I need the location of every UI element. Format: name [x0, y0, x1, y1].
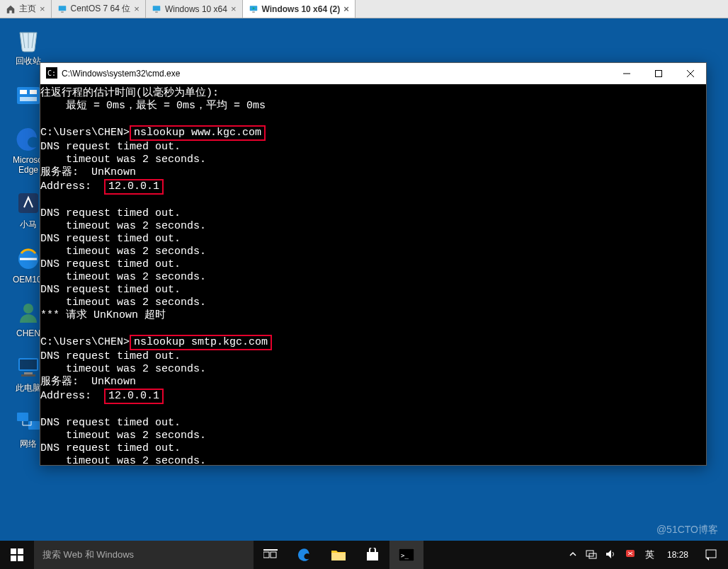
tab-label: Windows 10 x64 — [165, 4, 227, 14]
highlight-address-1: 12.0.0.1 — [104, 179, 164, 195]
svg-rect-3 — [155, 11, 158, 12]
home-icon — [6, 4, 16, 14]
tab-win10-1[interactable]: Windows 10 x64 × — [146, 0, 243, 18]
svg-text:C:: C: — [47, 69, 56, 77]
recycle-bin-icon — [14, 25, 42, 54]
svg-rect-30 — [263, 552, 269, 558]
clock[interactable]: 18:28 — [661, 550, 694, 560]
user-icon — [14, 299, 42, 327]
time: 18:28 — [667, 550, 688, 560]
svg-rect-8 — [20, 90, 27, 94]
maximize-button[interactable] — [642, 63, 674, 84]
svg-rect-33 — [331, 553, 346, 561]
pc-icon — [14, 352, 42, 381]
network-tray-icon[interactable] — [583, 549, 600, 561]
svg-rect-2 — [153, 6, 161, 11]
close-button[interactable] — [674, 63, 706, 84]
svg-rect-31 — [271, 552, 276, 558]
search-box[interactable]: 搜索 Web 和 Windows — [34, 541, 254, 569]
icon-label: 小马 — [20, 219, 37, 229]
window-title: C:\Windows\system32\cmd.exe — [62, 69, 180, 79]
tab-label: 主页 — [19, 3, 36, 15]
svg-rect-15 — [20, 360, 37, 369]
close-icon[interactable]: × — [231, 4, 237, 14]
taskbar: 搜索 Web 和 Windows >_ — [0, 541, 728, 569]
svg-text:>_: >_ — [401, 552, 409, 559]
svg-rect-0 — [58, 6, 66, 11]
close-icon[interactable]: × — [343, 4, 349, 14]
store-taskbar[interactable] — [356, 541, 389, 569]
app-icon — [14, 189, 42, 217]
edge-taskbar[interactable] — [288, 541, 322, 569]
ie-icon — [14, 245, 42, 273]
monitor-icon — [57, 4, 67, 14]
monitor-icon — [152, 4, 161, 14]
svg-rect-1 — [61, 11, 64, 12]
cmd-icon: C: — [46, 67, 57, 81]
system-tray: 英 18:28 — [566, 541, 728, 569]
highlight-address-2: 12.0.0.1 — [104, 389, 164, 404]
svg-rect-10 — [20, 97, 37, 101]
svg-rect-9 — [30, 90, 37, 94]
volume-tray-icon[interactable] — [603, 549, 620, 561]
close-icon[interactable]: × — [40, 4, 45, 14]
svg-rect-23 — [655, 71, 661, 77]
svg-rect-41 — [706, 550, 716, 558]
task-view-button[interactable] — [254, 541, 288, 569]
highlight-nslookup-www: nslookup www.kgc.com — [130, 125, 266, 141]
svg-rect-29 — [18, 556, 23, 561]
svg-rect-26 — [11, 548, 16, 554]
control-panel-icon — [14, 81, 42, 110]
explorer-taskbar[interactable] — [322, 541, 356, 569]
recycle-bin[interactable]: 回收站 — [13, 25, 44, 67]
svg-rect-28 — [11, 556, 16, 561]
start-button[interactable] — [0, 541, 34, 569]
edge-icon — [14, 125, 42, 154]
cmd-taskbar[interactable]: >_ — [389, 541, 423, 569]
highlight-nslookup-smtp: nslookup smtp.kgc.com — [130, 335, 272, 350]
tab-label: CentOS 7 64 位 — [71, 3, 131, 15]
svg-rect-27 — [18, 548, 23, 554]
tab-win10-2[interactable]: Windows 10 x64 (2) × — [243, 0, 356, 18]
svg-rect-6 — [252, 11, 255, 12]
ime-tray-icon[interactable]: 英 — [641, 548, 659, 561]
network-icon — [14, 408, 42, 437]
search-placeholder: 搜索 Web 和 Windows — [42, 548, 134, 561]
security-tray-icon[interactable] — [622, 549, 638, 561]
monitor-play-icon — [249, 4, 258, 14]
console-output[interactable]: 往返行程的估计时间(以毫秒为单位): 最短 = 0ms，最长 = 0ms，平均 … — [40, 84, 706, 465]
cmd-window: C: C:\Windows\system32\cmd.exe 往返行程的估计时间… — [40, 62, 707, 466]
icon-label: 此电脑 — [16, 383, 41, 393]
minimize-button[interactable] — [610, 63, 642, 84]
vm-tab-bar: 主页 × CentOS 7 64 位 × Windows 10 x64 × Wi… — [0, 0, 728, 18]
close-icon[interactable]: × — [134, 4, 140, 14]
icon-label: 回收站 — [16, 56, 41, 66]
svg-rect-17 — [21, 374, 35, 377]
icon-label: CHEN — [16, 328, 40, 338]
svg-rect-32 — [263, 549, 278, 551]
desktop: 回收站 Microsoft Edge 小马 OEM10.x — [0, 18, 728, 569]
watermark: @51CTO博客 — [656, 524, 718, 536]
tab-home[interactable]: 主页 × — [0, 0, 52, 18]
svg-rect-18 — [17, 413, 28, 421]
tab-label: Windows 10 x64 (2) — [262, 4, 341, 14]
svg-point-13 — [23, 304, 33, 314]
tab-centos[interactable]: CentOS 7 64 位 × — [52, 0, 146, 18]
svg-rect-16 — [24, 372, 33, 374]
titlebar[interactable]: C: C:\Windows\system32\cmd.exe — [40, 63, 706, 84]
notification-center[interactable] — [697, 541, 725, 569]
svg-rect-7 — [17, 87, 40, 104]
chevron-up-icon[interactable] — [566, 550, 580, 561]
icon-label: 网络 — [20, 439, 37, 449]
